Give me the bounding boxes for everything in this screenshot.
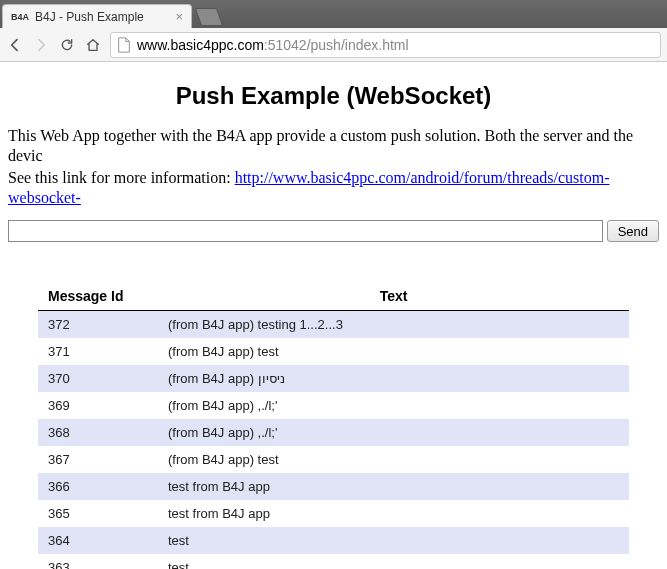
table-row: 369(from B4J app) ,./l;' [38,392,629,419]
url-text: www.basic4ppc.com:51042/push/index.html [137,37,409,53]
messages-table-wrap: Message Id Text 372(from B4J app) testin… [8,282,659,569]
table-row: 363test [38,554,629,569]
cell-message-id: 366 [38,473,158,500]
cell-text: test from B4J app [158,473,629,500]
cell-text: test [158,554,629,569]
cell-text: (from B4J app) ,./l;' [158,419,629,446]
intro-line-1: This Web App together with the B4A app p… [8,126,659,166]
new-tab-button[interactable] [195,8,224,26]
cell-text: test [158,527,629,554]
table-row: 371(from B4J app) test [38,338,629,365]
cell-message-id: 370 [38,365,158,392]
send-form: Send [8,220,659,242]
favicon: B4A [11,12,29,22]
page-icon [117,37,131,53]
forward-button[interactable] [32,36,50,54]
cell-text: (from B4J app) test [158,338,629,365]
address-bar[interactable]: www.basic4ppc.com:51042/push/index.html [110,32,661,58]
cell-message-id: 367 [38,446,158,473]
home-button[interactable] [84,36,102,54]
message-input[interactable] [8,220,603,242]
cell-text: (from B4J app) test [158,446,629,473]
back-button[interactable] [6,36,24,54]
table-row: 368(from B4J app) ,./l;' [38,419,629,446]
table-row: 370(from B4J app) ניסיון [38,365,629,392]
cell-text: (from B4J app) testing 1...2...3 [158,311,629,339]
intro-line-2: See this link for more information: http… [8,168,659,208]
table-row: 366test from B4J app [38,473,629,500]
reload-button[interactable] [58,36,76,54]
cell-text: (from B4J app) ,./l;' [158,392,629,419]
cell-message-id: 369 [38,392,158,419]
cell-message-id: 364 [38,527,158,554]
table-row: 364test [38,527,629,554]
cell-message-id: 363 [38,554,158,569]
browser-tab[interactable]: B4A B4J - Push Example × [2,4,192,28]
page-title: Push Example (WebSocket) [8,82,659,110]
page-content: Push Example (WebSocket) This Web App to… [0,62,667,569]
col-header-text[interactable]: Text [158,282,629,311]
table-row: 372(from B4J app) testing 1...2...3 [38,311,629,339]
cell-text: test from B4J app [158,500,629,527]
table-row: 367(from B4J app) test [38,446,629,473]
col-header-id[interactable]: Message Id [38,282,158,311]
cell-message-id: 371 [38,338,158,365]
tab-title: B4J - Push Example [35,10,144,24]
send-button[interactable]: Send [607,220,659,242]
cell-message-id: 372 [38,311,158,339]
browser-toolbar: www.basic4ppc.com:51042/push/index.html [0,28,667,62]
table-row: 365test from B4J app [38,500,629,527]
messages-table: Message Id Text 372(from B4J app) testin… [38,282,629,569]
browser-tab-bar: B4A B4J - Push Example × [0,0,667,28]
cell-text: (from B4J app) ניסיון [158,365,629,392]
close-icon[interactable]: × [175,9,183,24]
cell-message-id: 365 [38,500,158,527]
cell-message-id: 368 [38,419,158,446]
